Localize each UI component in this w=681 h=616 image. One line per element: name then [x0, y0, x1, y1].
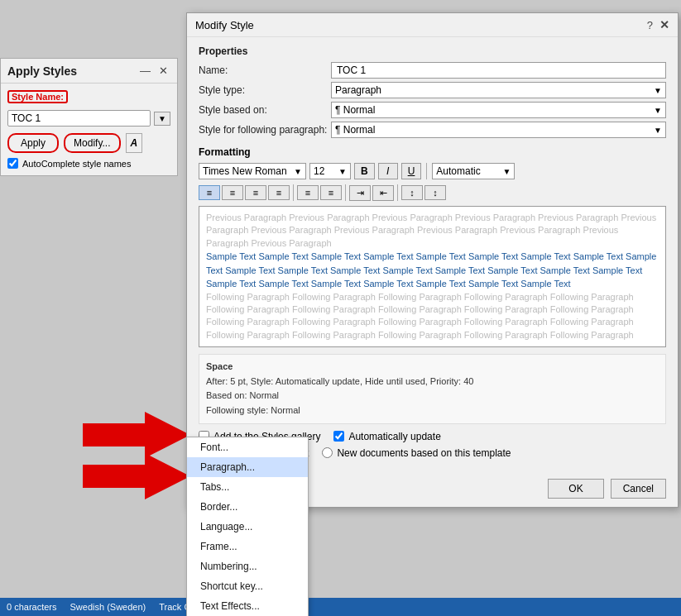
align-right2-button[interactable]: ≡ [320, 185, 342, 200]
name-input[interactable] [331, 62, 666, 79]
align-separator1 [293, 184, 294, 201]
panel-buttons: Apply Modify... A [7, 133, 170, 153]
underline-button[interactable]: U [401, 163, 422, 179]
statusbar-chars: 0 characters [7, 602, 57, 612]
style-type-select[interactable]: Paragraph ▼ [331, 82, 666, 98]
space-detail3: Following style: Normal [206, 404, 659, 418]
menu-item-frame[interactable]: Frame... [187, 537, 308, 556]
format-menu: Font... Paragraph... Tabs... Border... L… [186, 437, 309, 616]
font-value: Times New Roman [203, 165, 287, 177]
align-separator3 [397, 184, 398, 201]
style-following-value: ¶ Normal [335, 124, 375, 136]
color-arrow: ▼ [502, 167, 511, 176]
apply-styles-panel: Apply Styles — ✕ Style Name: ▼ Apply Mod… [0, 58, 178, 176]
new-docs-label: New documents based on this template [337, 447, 511, 459]
menu-item-paragraph[interactable]: Paragraph... [187, 457, 308, 477]
style-based-label: Style based on: [199, 104, 331, 116]
autocomplete-label: AutoComplete style names [22, 159, 131, 169]
style-name-input[interactable] [7, 110, 151, 127]
italic-button[interactable]: I [378, 163, 398, 179]
text-style-button[interactable]: A [126, 133, 143, 153]
space-detail1: After: 5 pt, Style: Automatically update… [206, 375, 659, 389]
panel-content: Style Name: ▼ Apply Modify... A AutoComp… [1, 84, 177, 175]
style-following-arrow: ▼ [654, 126, 662, 135]
preview-box: Previous Paragraph Previous Paragraph Pr… [199, 206, 666, 347]
panel-close-button[interactable]: ✕ [156, 64, 170, 78]
space-detail2: Based on: Normal [206, 389, 659, 404]
menu-item-text-effects[interactable]: Text Effects... [187, 596, 308, 616]
toolbar-separator1 [426, 163, 427, 179]
style-following-label: Style for following paragraph: [199, 124, 331, 136]
panel-collapse-button[interactable]: — [137, 64, 153, 78]
properties-label: Properties [199, 45, 666, 57]
align-left-button[interactable]: ≡ [199, 185, 220, 200]
style-dropdown-arrow[interactable]: ▼ [154, 112, 170, 126]
svg-marker-0 [83, 412, 190, 458]
modify-button[interactable]: Modify... [64, 133, 120, 153]
format-toolbar: Times New Roman ▼ 12 ▼ B I U Automatic ▼ [199, 163, 666, 179]
align-right-button[interactable]: ≡ [245, 185, 266, 200]
formatting-label: Formatting [199, 146, 666, 158]
size-value: 12 [314, 165, 324, 177]
bold-button[interactable]: B [354, 163, 375, 179]
style-based-arrow: ▼ [654, 106, 662, 115]
style-following-select[interactable]: ¶ Normal ▼ [331, 122, 666, 138]
svg-marker-1 [83, 453, 190, 499]
style-type-value: Paragraph [335, 84, 381, 96]
autocomplete-checkbox[interactable] [7, 158, 18, 169]
preview-prev: Previous Paragraph Previous Paragraph Pr… [206, 212, 659, 250]
style-based-value: ¶ Normal [335, 104, 375, 116]
indent-increase-button[interactable]: ⇥ [349, 185, 371, 201]
arrow2-svg [83, 453, 190, 499]
style-name-row: ▼ [7, 110, 170, 127]
preview-sample: Sample Text Sample Text Sample Text Samp… [206, 250, 659, 291]
apply-button[interactable]: Apply [7, 133, 59, 153]
align-distributed-button[interactable]: ≡ [297, 185, 319, 200]
preview-follow: Following Paragraph Following Paragraph … [206, 291, 659, 342]
color-select[interactable]: Automatic ▼ [432, 163, 515, 179]
modify-style-dialog: Modify Style ? ✕ Properties Name: Style … [186, 12, 679, 508]
space-section: Space After: 5 pt, Style: Automatically … [199, 354, 666, 423]
style-based-select[interactable]: ¶ Normal ▼ [331, 102, 666, 118]
dialog-titlebar: Modify Style ? ✕ [187, 13, 678, 37]
auto-update-option: Automatically update [333, 431, 440, 442]
statusbar-language: Swedish (Sweden) [70, 602, 146, 612]
properties-grid: Name: Style type: Paragraph ▼ Style base… [199, 62, 666, 138]
space-title: Space [206, 360, 659, 375]
dialog-close-button[interactable]: ✕ [659, 18, 669, 31]
arrow1-svg [83, 412, 190, 458]
panel-header-icons: — ✕ [137, 64, 170, 78]
ok-button[interactable]: OK [548, 479, 603, 499]
align-separator2 [345, 184, 346, 201]
align-center-button[interactable]: ≡ [222, 185, 243, 200]
line-spacing-button[interactable]: ↕ [401, 185, 423, 200]
statusbar: 0 characters Swedish (Sweden) Track C [0, 598, 681, 616]
menu-item-language[interactable]: Language... [187, 517, 308, 537]
size-select[interactable]: 12 ▼ [309, 163, 351, 179]
arrow2-container [83, 453, 190, 502]
new-docs-radio[interactable] [322, 447, 333, 458]
menu-item-border[interactable]: Border... [187, 497, 308, 517]
menu-item-tabs[interactable]: Tabs... [187, 477, 308, 497]
style-type-label: Style type: [199, 84, 331, 96]
align-toolbar: ≡ ≡ ≡ ≡ ≡ ≡ ⇥ ⇤ ↕ ↕ [199, 184, 666, 201]
font-select[interactable]: Times New Roman ▼ [199, 163, 306, 179]
size-arrow: ▼ [338, 167, 347, 176]
auto-update-checkbox[interactable] [333, 431, 344, 442]
name-label: Name: [199, 64, 331, 76]
menu-item-numbering[interactable]: Numbering... [187, 556, 308, 576]
indent-decrease-button[interactable]: ⇤ [372, 185, 394, 201]
dialog-help-icon[interactable]: ? [647, 19, 653, 31]
align-justify-button[interactable]: ≡ [268, 185, 290, 200]
cancel-button[interactable]: Cancel [611, 479, 666, 499]
line-spacing2-button[interactable]: ↕ [424, 185, 446, 200]
menu-item-shortcut[interactable]: Shortcut key... [187, 576, 308, 596]
color-value: Automatic [436, 165, 480, 177]
auto-update-label: Automatically update [348, 431, 440, 442]
panel-title: Apply Styles [7, 64, 77, 78]
dialog-title: Modify Style [195, 19, 254, 31]
dialog-title-icons: ? ✕ [647, 18, 669, 31]
font-arrow: ▼ [294, 167, 302, 176]
panel-header: Apply Styles — ✕ [1, 59, 177, 84]
menu-item-font[interactable]: Font... [187, 437, 308, 457]
